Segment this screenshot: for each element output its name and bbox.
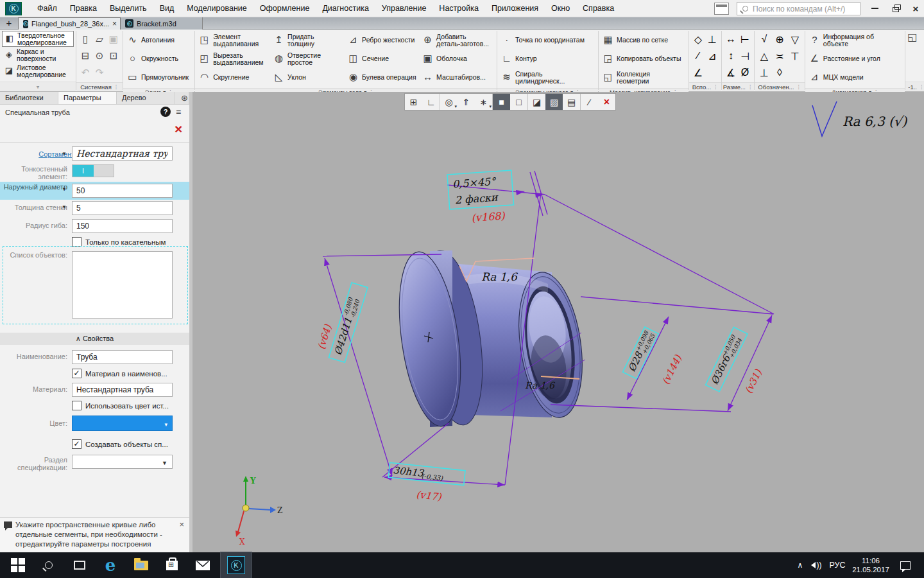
preview-icon[interactable]: ⊙ xyxy=(96,50,104,62)
extrude-button[interactable]: ◳Элемент выдавливания xyxy=(197,31,271,49)
mark-bottom-icon[interactable]: ⊥ xyxy=(760,67,769,79)
mode-solid-modeling[interactable]: ◧Твердотельное моделирование xyxy=(2,31,74,47)
grid-array-button[interactable]: ▦Массив по сетке xyxy=(601,31,687,49)
contour-view-icon[interactable]: ∟ xyxy=(422,94,440,110)
kompas-app-button[interactable]: K xyxy=(221,552,252,578)
sortament-dropdown-icon[interactable]: ▼ xyxy=(62,151,67,157)
mode-frame-surfaces[interactable]: ◈Каркас и поверхности xyxy=(2,47,74,63)
panel-close-icon[interactable]: × xyxy=(175,121,182,137)
dim-len30-variable[interactable]: (v17) xyxy=(416,489,443,503)
outer-diameter-input[interactable] xyxy=(72,184,173,198)
task-view-button[interactable] xyxy=(64,552,95,578)
start-button[interactable] xyxy=(3,552,33,578)
name-input[interactable] xyxy=(72,350,173,364)
rib-button[interactable]: ⊿Ребро жесткости xyxy=(346,31,420,49)
tab-close-icon[interactable]: × xyxy=(112,19,117,28)
tab-tree[interactable]: Дерево xyxy=(117,92,175,104)
picker-icon[interactable]: ∕ xyxy=(581,94,598,110)
aux-axis-icon[interactable]: ⊥ xyxy=(708,33,717,46)
menu-modeling[interactable]: Моделирование xyxy=(180,0,253,17)
mark-top-icon[interactable]: ⊤ xyxy=(791,50,800,62)
dim-edit-icon[interactable]: ⊢ xyxy=(740,33,749,46)
orientation-triad[interactable]: Y Z X xyxy=(235,476,282,547)
tolerance-icon[interactable]: ≍ xyxy=(775,50,783,62)
create-spec-objects-checkbox[interactable]: ✓ xyxy=(72,439,81,449)
redo-icon[interactable]: ↷ xyxy=(96,67,104,78)
restore-button[interactable] xyxy=(886,0,905,17)
mode-group-footer[interactable]: ▿ xyxy=(0,82,76,91)
color-combobox[interactable]: ▾ xyxy=(72,416,173,431)
use-source-color-checkbox[interactable] xyxy=(72,401,81,410)
autoline-button[interactable]: ∿Автолиния xyxy=(125,31,193,49)
wireframe-view-icon[interactable]: □ xyxy=(510,94,527,110)
wall-thickness-input[interactable] xyxy=(72,201,173,215)
clock[interactable]: 11:06 21.05.2017 xyxy=(850,552,892,578)
aux-local-cs-icon[interactable]: ⊿ xyxy=(708,50,716,62)
dim-d42-annotation[interactable]: Ø42d11 -0,080 -0,240 xyxy=(329,283,368,362)
spiral-button[interactable]: ≋Спираль цилиндрическ... xyxy=(499,69,596,87)
volume-button[interactable]: )) xyxy=(807,552,825,578)
dim-d28-annotation[interactable]: Ø28 +0,098 +0,065 xyxy=(623,327,659,379)
sortament-input[interactable] xyxy=(72,146,173,161)
fillet-button[interactable]: ◠Скругление xyxy=(197,69,271,87)
minimize-button[interactable] xyxy=(865,0,884,17)
window-layout-icon[interactable] xyxy=(714,3,729,15)
object-info-button[interactable]: ?Информация об объекте xyxy=(807,31,903,49)
shell-button[interactable]: ▣Оболочка xyxy=(420,50,495,68)
tab-parameters[interactable]: Параметры xyxy=(58,92,117,104)
roughness-icon[interactable]: √ xyxy=(761,33,767,45)
textured-view-icon[interactable]: ▨ xyxy=(545,94,563,110)
aux-plane-icon[interactable]: ◇ xyxy=(694,33,702,46)
section-button[interactable]: ◫Сечение xyxy=(346,50,420,68)
search-input[interactable] xyxy=(753,3,859,15)
extension-line-long[interactable] xyxy=(545,195,774,314)
section-view-icon[interactable]: ◪ xyxy=(528,94,545,110)
menu-applications[interactable]: Приложения xyxy=(485,0,545,17)
tab-libraries[interactable]: Библиотеки xyxy=(0,92,58,104)
close-button[interactable]: × xyxy=(906,0,924,17)
store-button[interactable] xyxy=(157,552,187,578)
mark-diamond-icon[interactable]: ◊ xyxy=(777,67,782,78)
taskbar-search-button[interactable] xyxy=(33,552,64,578)
graphics-viewport[interactable]: 0,5×45° 2 фаски (v168) Ø42d11 -0,080 -0,… xyxy=(193,92,924,552)
tab-bracket[interactable]: K Bracket.m3d xyxy=(121,17,203,30)
draft-button[interactable]: ◺Уклон xyxy=(271,69,346,87)
open-document-icon[interactable]: ▱ xyxy=(96,33,103,45)
dim-style-icon[interactable]: ⊣ xyxy=(740,50,749,62)
print-icon[interactable]: ⊟ xyxy=(81,50,90,62)
scale-button[interactable]: ↔Масштабиров... xyxy=(420,69,495,87)
menu-diagnostics[interactable]: Диагностика xyxy=(316,0,375,17)
new-tab-button[interactable]: + xyxy=(3,17,15,29)
message-close-icon[interactable]: × xyxy=(179,520,184,529)
hidden-icons-chevron[interactable]: ∧ xyxy=(792,552,808,578)
properties-section-header[interactable]: ∧ Свойства xyxy=(0,333,189,345)
circle-button[interactable]: ○Окружность xyxy=(125,50,193,68)
mail-button[interactable] xyxy=(187,552,218,578)
datum-icon[interactable]: ⊕ xyxy=(775,33,783,46)
distance-angle-button[interactable]: ∠Расстояние и угол xyxy=(807,50,903,68)
outer-diameter-dropdown-icon[interactable]: ▼ xyxy=(62,186,67,192)
new-document-icon[interactable]: ▯ xyxy=(83,33,88,45)
chamfer-annotation[interactable]: 0,5×45° 2 фаски xyxy=(447,170,514,209)
panel-gear-icon[interactable]: ⊛ xyxy=(175,92,189,104)
dim-d28-variable[interactable]: (v144) xyxy=(660,353,684,387)
material-in-name-checkbox[interactable]: ✓ xyxy=(72,369,81,378)
aux-point-icon[interactable]: ∠ xyxy=(694,67,703,79)
tree-structure-icon[interactable]: ≡ xyxy=(176,107,181,117)
language-indicator[interactable]: РУС xyxy=(826,552,848,578)
copy-objects-button[interactable]: ◲Копировать объекты xyxy=(601,50,687,68)
menu-file[interactable]: Файл xyxy=(31,0,64,17)
base-icon[interactable]: △ xyxy=(760,50,768,62)
dim-line-d42[interactable] xyxy=(325,258,392,476)
mass-properties-button[interactable]: ⊿МЦХ модели xyxy=(807,69,903,87)
sketch-style-icon[interactable]: ▤ xyxy=(563,94,580,110)
orientation-icon[interactable]: ⇑ xyxy=(458,94,475,110)
menu-select[interactable]: Выделить xyxy=(103,0,153,17)
file-explorer-button[interactable] xyxy=(126,552,157,578)
bend-radius-input[interactable] xyxy=(72,219,173,233)
chamfer-variable[interactable]: (v168) xyxy=(471,209,506,224)
add-part-button[interactable]: ⊕Добавить деталь-заготов... xyxy=(420,31,495,49)
abort-icon[interactable]: × xyxy=(598,94,615,110)
angle-dim-icon[interactable]: ∡ xyxy=(726,67,735,79)
contour-button[interactable]: ∟Контур xyxy=(499,50,596,68)
